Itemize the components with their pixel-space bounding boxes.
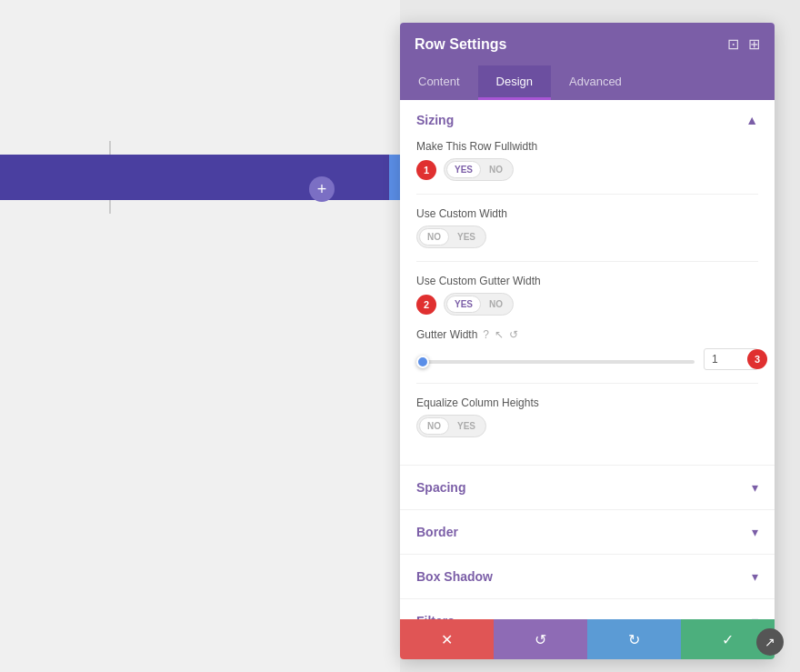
panel-header: Row Settings ⊡ ⊞ — [400, 23, 775, 65]
box-shadow-section-title: Box Shadow — [416, 569, 493, 584]
arrow-icon: ↗ — [765, 635, 775, 649]
save-icon: ✓ — [722, 631, 734, 648]
undo-icon: ↺ — [535, 631, 546, 648]
spacing-section: Spacing ▾ — [400, 466, 775, 510]
fullwidth-label: Make This Row Fullwidth — [416, 140, 758, 153]
equalize-heights-toggle[interactable]: NO YES — [416, 415, 486, 437]
box-shadow-section: Box Shadow ▾ — [400, 555, 775, 599]
gutter-width-slider[interactable] — [416, 360, 695, 364]
equalize-heights-field: Equalize Column Heights NO YES — [416, 396, 758, 437]
help-icon[interactable]: ? — [483, 328, 489, 341]
custom-gutter-field: Use Custom Gutter Width 2 YES NO — [416, 275, 758, 316]
spacing-section-header[interactable]: Spacing ▾ — [400, 466, 775, 509]
cancel-button[interactable]: ✕ — [400, 619, 494, 659]
tabs: Content Design Advanced — [400, 65, 775, 100]
equalize-heights-label: Equalize Column Heights — [416, 396, 758, 409]
blue-sidebar — [389, 155, 400, 200]
custom-width-field: Use Custom Width NO YES — [416, 207, 758, 248]
step-badge-3: 3 — [747, 349, 767, 369]
step-badge-1: 1 — [416, 160, 436, 180]
gutter-width-label-row: Gutter Width ? ↖ ↺ — [416, 328, 758, 341]
sizing-chevron-icon: ▲ — [745, 113, 758, 127]
divider-3 — [416, 383, 758, 384]
canvas-area: + — [0, 0, 400, 672]
gutter-width-label: Gutter Width — [416, 328, 477, 341]
slider-container — [416, 353, 695, 366]
sizing-section-title: Sizing — [416, 113, 454, 127]
tab-content[interactable]: Content — [400, 65, 478, 100]
border-chevron-icon: ▾ — [752, 525, 758, 539]
tab-advanced[interactable]: Advanced — [551, 65, 640, 100]
divider-1 — [416, 194, 758, 195]
filters-section-header[interactable]: Filters ▾ — [400, 599, 775, 619]
equalize-heights-toggle-yes[interactable]: YES — [449, 417, 484, 435]
border-section-header[interactable]: Border ▾ — [400, 510, 775, 554]
spacing-section-title: Spacing — [416, 480, 465, 495]
fullwidth-toggle-container: 1 YES NO — [416, 158, 758, 181]
add-row-button[interactable]: + — [309, 176, 335, 202]
panel-header-icons: ⊡ ⊞ — [727, 35, 760, 53]
row-settings-panel: Row Settings ⊡ ⊞ Content Design Advanced… — [400, 23, 775, 659]
redo-icon: ↻ — [628, 631, 640, 648]
border-section: Border ▾ — [400, 510, 775, 555]
equalize-heights-toggle-no[interactable]: NO — [419, 417, 449, 435]
resize-icon[interactable]: ⊡ — [727, 35, 739, 53]
custom-gutter-toggle[interactable]: YES NO — [444, 293, 514, 316]
gutter-slider-row: 3 — [416, 348, 758, 370]
custom-width-toggle-yes[interactable]: YES — [449, 228, 484, 246]
grid-icon[interactable]: ⊞ — [748, 35, 760, 53]
fullwidth-field: Make This Row Fullwidth 1 YES NO — [416, 140, 758, 181]
box-shadow-section-header[interactable]: Box Shadow ▾ — [400, 555, 775, 598]
custom-gutter-label: Use Custom Gutter Width — [416, 275, 758, 287]
fullwidth-toggle-no[interactable]: NO — [481, 161, 511, 178]
floating-action-icon[interactable]: ↗ — [756, 628, 784, 656]
undo-button[interactable]: ↺ — [494, 619, 587, 659]
step-badge-2: 2 — [416, 295, 436, 315]
spacing-chevron-icon: ▾ — [752, 480, 758, 495]
custom-gutter-toggle-no[interactable]: NO — [481, 296, 511, 313]
cursor-icon[interactable]: ↖ — [495, 328, 504, 341]
panel-footer: ✕ ↺ ↻ ✓ — [400, 619, 775, 659]
sizing-section: Sizing ▲ Make This Row Fullwidth 1 YES N… — [400, 100, 775, 466]
slider-input-wrap: 3 — [704, 348, 758, 370]
filters-section: Filters ▾ — [400, 599, 775, 619]
sizing-section-header[interactable]: Sizing ▲ — [400, 100, 775, 140]
panel-title: Row Settings — [415, 36, 506, 53]
custom-width-toggle[interactable]: NO YES — [416, 226, 486, 248]
cancel-icon: ✕ — [441, 631, 453, 648]
custom-gutter-toggle-container: 2 YES NO — [416, 293, 758, 316]
panel-body: Sizing ▲ Make This Row Fullwidth 1 YES N… — [400, 100, 775, 619]
gutter-width-field: Gutter Width ? ↖ ↺ 3 — [416, 328, 758, 370]
reset-icon[interactable]: ↺ — [509, 328, 518, 341]
sizing-section-content: Make This Row Fullwidth 1 YES NO Use Cus — [400, 140, 775, 465]
custom-width-toggle-container: NO YES — [416, 226, 758, 248]
equalize-heights-toggle-container: NO YES — [416, 415, 758, 437]
divider-2 — [416, 261, 758, 262]
custom-width-label: Use Custom Width — [416, 207, 758, 220]
tab-design[interactable]: Design — [478, 65, 551, 100]
fullwidth-toggle[interactable]: YES NO — [444, 158, 514, 181]
custom-gutter-toggle-yes[interactable]: YES — [446, 296, 481, 313]
plus-icon: + — [317, 180, 327, 199]
border-section-title: Border — [416, 525, 458, 539]
redo-button[interactable]: ↻ — [587, 619, 681, 659]
fullwidth-toggle-yes[interactable]: YES — [446, 161, 481, 178]
box-shadow-chevron-icon: ▾ — [752, 569, 758, 584]
custom-width-toggle-no[interactable]: NO — [419, 228, 449, 246]
